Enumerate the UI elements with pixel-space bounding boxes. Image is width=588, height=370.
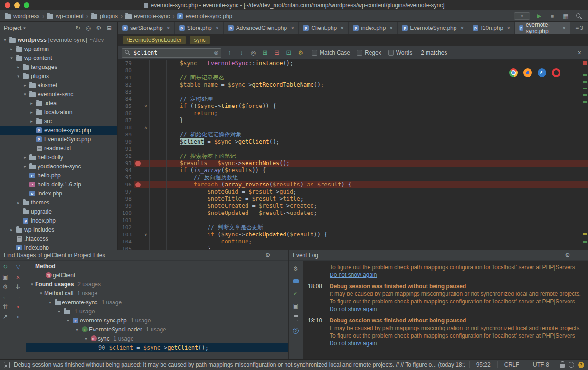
opera-browser-icon[interactable] (552, 68, 560, 77)
tree-item[interactable]: index.php (0, 216, 117, 225)
code-line[interactable]: 100 $noteUpdated = $result->updated; (118, 210, 588, 217)
pin-icon[interactable] (292, 302, 300, 310)
hide-icon[interactable] (276, 251, 285, 260)
code-line[interactable]: 88∧ (118, 124, 588, 131)
search-icon[interactable] (575, 12, 583, 20)
chevron-right-icon[interactable]: ▸ (22, 155, 28, 160)
chevron-right-icon[interactable]: ▸ (15, 65, 21, 69)
arrow-up-icon[interactable] (225, 49, 234, 57)
tree-item[interactable]: ▸languages (0, 62, 117, 71)
find-toggle-words[interactable]: Words (388, 49, 412, 56)
breakpoint-gutter[interactable] (134, 67, 142, 74)
breakpoint-gutter[interactable] (134, 195, 142, 203)
line-ending-selector[interactable]: CRLF (502, 361, 522, 368)
tree-item[interactable]: ▸src (0, 117, 117, 126)
code-line[interactable]: 84 // 定时处理 (118, 96, 588, 103)
locate-icon[interactable] (84, 24, 93, 32)
checkbox[interactable] (357, 50, 362, 56)
error-stripe[interactable] (582, 60, 588, 250)
trash-icon[interactable] (292, 314, 300, 322)
stripe-mark[interactable] (583, 61, 587, 65)
run-config-dropdown[interactable]: ▾ (514, 12, 530, 20)
tree-item[interactable]: evernote-sync.php (0, 126, 117, 135)
editor-tab[interactable]: Store.php× (175, 22, 224, 34)
breakpoint-gutter[interactable] (134, 210, 142, 217)
more-icon[interactable] (14, 312, 22, 321)
breakpoint-gutter[interactable] (134, 110, 142, 117)
breakpoint-gutter[interactable] (134, 224, 142, 231)
editor-tab[interactable]: AdvancedClient.php× (224, 22, 299, 34)
stripe-mark[interactable] (583, 233, 587, 235)
stripe-mark[interactable] (583, 241, 587, 243)
chevron-down-icon[interactable]: ▾ (22, 92, 28, 97)
chevron-down-icon[interactable]: ▾ (2, 38, 8, 42)
expand-all-icon[interactable] (14, 282, 22, 291)
fold-icon[interactable]: ∧ (142, 124, 149, 131)
code-editor[interactable]: 79 $sync = EvernoteSync::instance();8081… (118, 60, 588, 250)
firefox-browser-icon[interactable] (523, 68, 532, 77)
status-message[interactable]: Debug session was finished without being… (14, 361, 465, 368)
code-line[interactable]: 89 // 初始化笔记操作对象 (118, 131, 588, 138)
chevron-right-icon[interactable]: ▸ (28, 101, 35, 106)
breakpoint-gutter[interactable] (134, 103, 142, 110)
code-line[interactable]: 99 $noteCreated = $result->created; (118, 203, 588, 210)
toggle-toolwindows-icon[interactable] (4, 362, 10, 368)
chevron-down-icon[interactable]: ▾ (74, 327, 80, 332)
close-icon[interactable] (14, 273, 22, 281)
chevron-down-icon[interactable]: ▾ (65, 318, 71, 323)
pin-icon[interactable] (1, 273, 9, 281)
breakpoint-gutter[interactable] (134, 231, 142, 238)
settings-icon[interactable] (563, 251, 572, 260)
code-line[interactable]: 85∨ if (!$sync->timer($force)) { (118, 103, 588, 110)
tree-item[interactable]: ▸wp-includes (0, 225, 117, 234)
code-line[interactable]: 103∨ if ($sync->checkUpdated($result)) { (118, 231, 588, 238)
usage-row[interactable]: ▾cEvernoteSyncLoader1 usage (26, 325, 288, 334)
find-toggle-match-case[interactable]: Match Case (312, 49, 350, 56)
balloon-icon[interactable] (292, 277, 300, 285)
breakpoint-gutter[interactable] (134, 167, 142, 174)
editor-tab[interactable]: I10n.php× (468, 22, 515, 34)
code-line[interactable]: 90 $client = $sync->getClient(); (118, 138, 588, 146)
fold-icon[interactable]: ∨ (142, 231, 149, 238)
stripe-mark[interactable] (583, 81, 587, 83)
breakpoint-gutter[interactable] (134, 96, 142, 103)
checkbox[interactable] (388, 50, 394, 56)
read-icon[interactable] (292, 289, 300, 298)
close-tab-icon[interactable]: × (291, 25, 294, 31)
settings-icon[interactable] (95, 24, 103, 32)
zoom-window-button[interactable] (24, 2, 29, 8)
settings-icon[interactable] (1, 282, 9, 291)
chevron-down-icon[interactable]: ▾ (23, 26, 26, 30)
breakpoint-gutter[interactable] (134, 160, 142, 167)
stripe-mark[interactable] (583, 94, 587, 96)
breakpoint-gutter[interactable] (134, 188, 142, 195)
stripe-mark[interactable] (583, 101, 587, 103)
usage-row[interactable]: ▾Method call1 usage (26, 289, 288, 298)
add-selection-icon[interactable] (261, 49, 269, 57)
chevron-right-icon[interactable]: ▸ (9, 227, 15, 232)
ie-browser-icon[interactable] (538, 68, 546, 77)
code-line[interactable]: 82 $table_name = $sync->getRecordTableNa… (118, 81, 588, 88)
breakpoint-gutter[interactable] (134, 117, 142, 124)
code-line[interactable]: 94 if (is_array($results)) { (118, 167, 588, 174)
tree-item[interactable]: ▾plugins (0, 71, 117, 80)
minimize-window-button[interactable] (14, 2, 20, 8)
code-line[interactable]: 93 $results = $sync->searchNotes(); (118, 160, 588, 167)
sync-icon[interactable] (74, 24, 82, 32)
tree-item[interactable]: ▾evernote-sync (0, 89, 117, 98)
tree-item[interactable]: hello.php (0, 171, 117, 180)
close-tab-icon[interactable]: × (341, 25, 344, 31)
stripe-mark[interactable] (583, 74, 587, 76)
code-line[interactable]: 98 $noteTitle = $result->title; (118, 195, 588, 203)
chevron-down-icon[interactable]: ▾ (9, 56, 15, 60)
rerun-icon[interactable] (1, 263, 9, 271)
breadcrumb-chip[interactable]: sync (190, 36, 210, 44)
chevron-down-icon[interactable]: ▾ (38, 291, 44, 296)
do-not-show-again-link[interactable]: Do not show again (308, 305, 377, 313)
usage-row[interactable]: mgetClient (26, 271, 288, 280)
chevron-right-icon[interactable]: ▸ (22, 83, 28, 88)
close-window-button[interactable] (5, 2, 10, 8)
hide-icon[interactable] (576, 251, 584, 260)
next-usage-icon[interactable] (14, 292, 22, 301)
editor-tab[interactable]: evernote-sync.php× (515, 22, 570, 34)
